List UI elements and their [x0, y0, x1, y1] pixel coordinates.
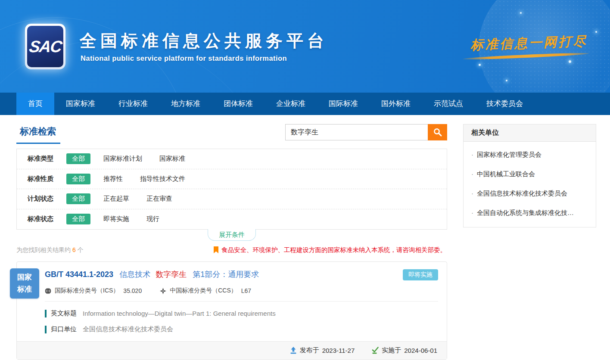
ccs-group: 中国标准分类号（CCS） L67 — [160, 287, 251, 295]
filter-option[interactable]: 国家标准计划 — [103, 155, 142, 163]
filter-row-standard-type: 标准类型 全部 国家标准计划 国家标准 — [17, 149, 447, 169]
field-value: Information technology—Digital twin—Part… — [83, 310, 276, 317]
publish-label: 发布于 — [300, 346, 319, 355]
sac-logo-inner: SAC — [27, 26, 63, 67]
filter-option[interactable]: 国家标准 — [159, 155, 185, 163]
nav-tab-local-standards[interactable]: 地方标准 — [159, 93, 212, 115]
sparkle-decoration — [506, 80, 507, 81]
sidebar-item-label: 全国自动化系统与集成标准化技… — [477, 209, 574, 217]
results-row: 为您找到相关结果约6个 食品安全、环境保护、工程建设方面的国家标准未纳入本系统，… — [16, 246, 446, 254]
nav-tab-home[interactable]: 首页 — [16, 93, 54, 115]
results-summary-suffix: 个 — [78, 246, 84, 253]
filter-label: 计划状态 — [28, 195, 66, 203]
sidebar-item-machinery-federation[interactable]: · 中国机械工业联合会 — [464, 165, 596, 184]
filter-box: 标准类型 全部 国家标准计划 国家标准 标准性质 全部 推荐性 指导性技术文件 … — [16, 149, 447, 230]
main-column: 标准检索 标准类型 全部 国家标准计划 国家标准 — [16, 124, 447, 360]
filter-option[interactable]: 即将实施 — [103, 215, 129, 223]
filter-option[interactable]: 正在审查 — [146, 195, 172, 203]
implement-check-icon — [372, 347, 379, 354]
implement-label: 实施于 — [382, 346, 401, 355]
ics-group: 国际标准分类号（ICS） 35.020 — [45, 287, 142, 295]
list-dot: · — [471, 209, 473, 217]
standard-code: GB/T 43441.1-2023 — [45, 270, 113, 279]
search-row: 标准检索 — [16, 124, 447, 149]
sidebar-item-it-standardization-committee[interactable]: · 全国信息技术标准化技术委员会 — [464, 184, 596, 203]
site-subtitle: National public service platform for sta… — [81, 54, 287, 62]
result-card-main: GB/T 43441.1-2023 信息技术 数字孪生 第1部分：通用要求 即将… — [17, 262, 447, 333]
nav-tab-international-standards[interactable]: 国际标准 — [317, 93, 370, 115]
related-units-panel: 相关单位 · 国家标准化管理委员会 · 中国机械工业联合会 · 全国信息技术标准… — [463, 124, 596, 227]
search-input[interactable] — [285, 124, 428, 140]
filter-row-plan-status: 计划状态 全部 正在起草 正在审查 — [17, 189, 447, 209]
sparkle-decoration — [479, 64, 481, 66]
results-count: 6 — [72, 246, 76, 253]
main-nav: 首页 国家标准 行业标准 地方标准 团体标准 企业标准 国际标准 国外标准 示范… — [0, 93, 610, 115]
nav-tab-enterprise-standards[interactable]: 企业标准 — [265, 93, 317, 115]
publish-icon — [290, 347, 297, 354]
site-title: 全国标准信息公共服务平台 — [80, 29, 328, 53]
search-icon — [433, 128, 442, 137]
field-bar-decoration — [45, 326, 47, 333]
implement-date-group: 实施于 2024-06-01 — [372, 346, 437, 355]
filter-option[interactable]: 推荐性 — [103, 175, 123, 183]
nav-tab-industry-standards[interactable]: 行业标准 — [107, 93, 159, 115]
filter-option[interactable]: 正在起草 — [103, 195, 129, 203]
filter-label: 标准类型 — [28, 155, 66, 163]
filter-label: 标准状态 — [28, 215, 66, 223]
expand-conditions-button[interactable]: 展开条件 — [208, 229, 256, 241]
related-units-list: · 国家标准化管理委员会 · 中国机械工业联合会 · 全国信息技术标准化技术委员… — [464, 142, 596, 227]
filter-selected-badge[interactable]: 全部 — [66, 153, 90, 164]
nav-tab-group-standards[interactable]: 团体标准 — [212, 93, 265, 115]
ccs-value: L67 — [241, 287, 251, 294]
result-title-row: GB/T 43441.1-2023 信息技术 数字孪生 第1部分：通用要求 即将… — [45, 269, 438, 280]
nav-tab-technical-committees[interactable]: 技术委员会 — [475, 93, 535, 115]
section-title: 标准检索 — [16, 124, 60, 144]
ics-value: 35.020 — [123, 287, 142, 294]
result-card-footer: 发布于 2023-11-27 实施于 2024-06-01 — [17, 341, 447, 359]
filter-selected-badge[interactable]: 全部 — [66, 214, 90, 224]
search-box — [285, 124, 447, 140]
status-badge: 即将实施 — [403, 269, 438, 280]
filter-row-standard-status: 标准状态 全部 即将实施 现行 — [17, 209, 447, 230]
sparkle-decoration — [569, 60, 571, 63]
filter-label: 标准性质 — [28, 175, 66, 183]
globe-icon — [45, 288, 51, 294]
list-dot: · — [471, 190, 473, 198]
page-content: 标准检索 标准类型 全部 国家标准计划 国家标准 — [0, 115, 610, 360]
standard-type-badge: 国家 标准 — [10, 268, 39, 299]
standard-title-part1: 信息技术 — [119, 270, 150, 279]
bookmark-icon — [213, 246, 219, 254]
nav-tab-foreign-standards[interactable]: 国外标准 — [370, 93, 422, 115]
filter-selected-badge[interactable]: 全部 — [66, 174, 90, 184]
site-header: SAC 全国标准信息公共服务平台 National public service… — [0, 0, 610, 93]
results-summary: 为您找到相关结果约6个 — [16, 246, 84, 254]
results-notice: 食品安全、环境保护、工程建设方面的国家标准未纳入本系统，请咨询相关部委。 — [213, 246, 446, 254]
result-meta-row: 国际标准分类号（ICS） 35.020 中国标准分类号（CCS） L67 — [45, 287, 438, 302]
filter-option[interactable]: 指导性技术文件 — [140, 175, 185, 183]
field-value: 全国信息技术标准化技术委员会 — [83, 325, 173, 333]
filter-option[interactable]: 现行 — [146, 215, 159, 223]
sidebar-item-label: 国家标准化管理委员会 — [477, 151, 542, 159]
nav-tab-national-standards[interactable]: 国家标准 — [54, 93, 107, 115]
english-title-field: 英文标题 Information technology—Digital twin… — [45, 309, 438, 317]
result-title-link[interactable]: GB/T 43441.1-2023 信息技术 数字孪生 第1部分：通用要求 — [45, 269, 259, 280]
results-summary-prefix: 为您找到相关结果约 — [16, 246, 71, 253]
field-label: 英文标题 — [51, 309, 77, 317]
list-dot: · — [471, 151, 473, 159]
sidebar-item-automation-systems-committee[interactable]: · 全国自动化系统与集成标准化技… — [464, 203, 596, 223]
sidebar-item-sac[interactable]: · 国家标准化管理委员会 — [464, 145, 596, 165]
sac-logo[interactable]: SAC — [25, 24, 65, 69]
publish-date: 2023-11-27 — [322, 347, 355, 354]
nav-tab-pilot-programs[interactable]: 示范试点 — [422, 93, 475, 115]
list-dot: · — [471, 170, 473, 178]
field-bar-decoration — [45, 310, 47, 317]
filter-row-standard-nature: 标准性质 全部 推荐性 指导性技术文件 — [17, 169, 447, 190]
type-badge-line2: 标准 — [17, 283, 32, 296]
standard-title-part2: 第1部分：通用要求 — [193, 270, 259, 279]
search-button[interactable] — [428, 124, 447, 140]
standard-title-highlight: 数字孪生 — [156, 270, 187, 279]
filter-selected-badge[interactable]: 全部 — [66, 193, 90, 204]
implement-date: 2024-06-01 — [404, 347, 437, 354]
sidebar-item-label: 全国信息技术标准化技术委员会 — [477, 190, 567, 198]
notice-text: 食品安全、环境保护、工程建设方面的国家标准未纳入本系统，请咨询相关部委。 — [221, 246, 446, 254]
